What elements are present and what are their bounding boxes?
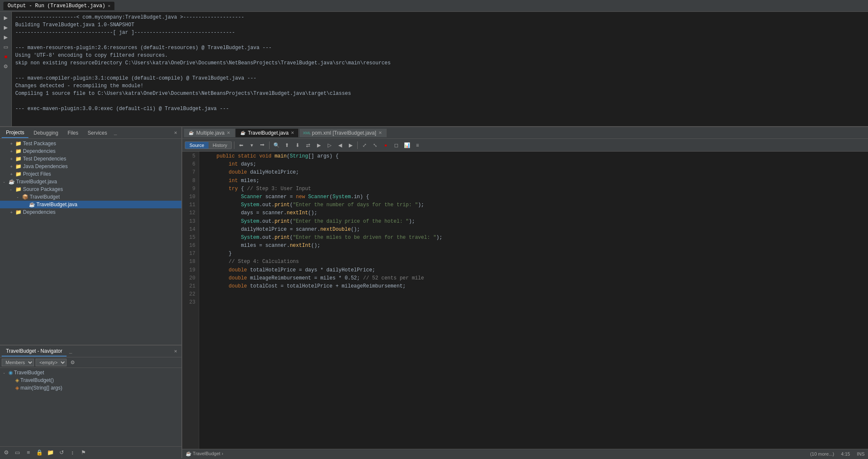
line-num: 10: [186, 193, 195, 201]
run2-btn[interactable]: ▷: [325, 141, 334, 150]
stop-btn-editor[interactable]: ●: [381, 141, 390, 150]
breadcrumb: ☕ TravelBudget ›: [186, 451, 223, 456]
tab-pom-close[interactable]: ✕: [378, 130, 382, 135]
sep2: [269, 141, 270, 149]
sep1: [234, 141, 234, 149]
output-tab-bar: Output - Run (TravelBudget.java) ✕: [0, 0, 868, 12]
tab-pom-xml[interactable]: XML pom.xml [TravelBudget.java] ✕: [300, 129, 387, 137]
tree-item[interactable]: ☕ TravelBudget.java: [0, 201, 181, 208]
line-num: 22: [186, 290, 195, 299]
refresh-btn[interactable]: ↺: [57, 448, 66, 457]
code-line: public static void main(String[] args) {: [204, 152, 863, 160]
code-line: int days;: [204, 160, 863, 169]
bottom-toolbar: ⚙ ▭ ≡ 🔒 📁 ↺ ↕ ⚑: [0, 446, 181, 458]
output-tab-close[interactable]: ✕: [108, 3, 110, 8]
navigator-minimize[interactable]: _: [67, 348, 74, 354]
code-line: double mileageReimbursement = miles * 0.…: [204, 274, 863, 282]
filter-btn[interactable]: ⚑: [79, 448, 88, 457]
project-tree: +📁 Test Packages+📁 Dependencies+📁 Test D…: [0, 139, 181, 345]
tab-services[interactable]: Services: [83, 128, 111, 138]
expand-btn[interactable]: ⤢: [360, 141, 369, 150]
tree-item[interactable]: +📁 Test Packages: [0, 140, 181, 147]
tree-item[interactable]: +📁 Dependencies: [0, 208, 181, 216]
back-btn[interactable]: ⬅: [236, 141, 246, 150]
bars-btn[interactable]: ≡: [413, 141, 422, 150]
tab-multiple-java[interactable]: ☕ Multiple.java ✕: [184, 129, 235, 137]
navigator-content: -◉ TravelBudget ◈ TravelBudget() ◈ main(…: [0, 368, 181, 446]
run-code-btn[interactable]: ▶: [314, 141, 323, 150]
rerun-btn[interactable]: ▶: [2, 33, 10, 41]
xml-icon: XML: [304, 130, 310, 136]
nav-prev-btn[interactable]: ◀: [335, 141, 345, 150]
tab-multiple-label: Multiple.java: [196, 130, 225, 136]
folder-btn[interactable]: 📁: [46, 448, 55, 457]
output-tab-run[interactable]: Output - Run (TravelBudget.java) ✕: [3, 2, 114, 10]
find-prev-btn[interactable]: ⬆: [282, 141, 292, 150]
line-num: 9: [186, 185, 195, 193]
panel-minimize[interactable]: _: [112, 130, 119, 136]
clear-btn[interactable]: ▭: [2, 43, 10, 51]
nav-next-btn[interactable]: ▶: [346, 141, 355, 150]
members-select[interactable]: Members: [2, 359, 34, 366]
navigator-close[interactable]: ✕: [172, 348, 180, 354]
tab-projects[interactable]: Projects: [2, 128, 28, 138]
lock-btn[interactable]: 🔒: [35, 448, 44, 457]
pause-btn[interactable]: ◻: [392, 141, 401, 150]
code-line: System.out.print("Enter the daily price …: [204, 218, 863, 226]
line-num: 12: [186, 209, 195, 217]
code-line: // Step 4: Calculations: [204, 258, 863, 266]
dropdown-btn[interactable]: ▾: [247, 141, 256, 150]
panel-close[interactable]: ✕: [172, 130, 180, 136]
history-tab-btn[interactable]: History: [209, 142, 231, 149]
run-btn[interactable]: ▶: [2, 14, 10, 22]
tab-files[interactable]: Files: [63, 128, 82, 138]
left-panel: Projects Debugging Files Services _ ✕ +📁…: [0, 127, 182, 458]
tab-debugging[interactable]: Debugging: [29, 128, 62, 138]
line-num: 13: [186, 218, 195, 226]
empty-select[interactable]: <empty>: [36, 359, 67, 366]
list-btn[interactable]: ≡: [24, 448, 33, 457]
tree-item[interactable]: -📦 TravelBudget: [0, 193, 181, 201]
nav-settings-btn[interactable]: ⚙: [68, 358, 77, 367]
line-numbers: 567891011121314151617181920212223: [182, 152, 199, 449]
line-num: 6: [186, 160, 195, 169]
tab-travelbudget-java[interactable]: ☕ TravelBudget.java ✕: [236, 129, 299, 137]
tab-multiple-close[interactable]: ✕: [227, 130, 230, 135]
line-num: 15: [186, 234, 195, 242]
line-num: 20: [186, 274, 195, 282]
navigator-tab-bar: TravelBudget - Navigator _ ✕: [0, 346, 181, 357]
tree-item[interactable]: +📁 Java Dependencies: [0, 163, 181, 170]
nav-item[interactable]: ◈ main(String[] args): [0, 384, 181, 392]
search-btn[interactable]: 🔍: [272, 141, 281, 150]
forward-btn[interactable]: ⮕: [258, 141, 267, 150]
code-line: dailyHotelPrice = scanner.nextDouble();: [204, 226, 863, 234]
find-next-btn[interactable]: ⬇: [293, 141, 302, 150]
chart-btn[interactable]: 📊: [402, 141, 412, 150]
collapse-btn[interactable]: ⤡: [370, 141, 380, 150]
wrap-btn[interactable]: ⚙: [2, 62, 10, 71]
tree-item[interactable]: -📁 Source Packages: [0, 185, 181, 193]
tree-item[interactable]: +📁 Test Dependencies: [0, 155, 181, 163]
nav-item[interactable]: ◈ TravelBudget(): [0, 376, 181, 384]
toggle-btn[interactable]: ⇄: [303, 141, 313, 150]
tab-travelbudget-close[interactable]: ✕: [291, 130, 294, 135]
code-area[interactable]: public static void main(String[] args) {…: [199, 152, 868, 449]
code-line: miles = scanner.nextInt();: [204, 242, 863, 250]
java-icon-travel: ☕: [240, 130, 246, 136]
tree-item[interactable]: +📁 Project Files: [0, 170, 181, 178]
tree-item[interactable]: +📁 Dependencies: [0, 147, 181, 155]
sort-btn[interactable]: ↕: [68, 448, 77, 457]
line-num: 7: [186, 169, 195, 177]
tab-navigator[interactable]: TravelBudget - Navigator: [2, 346, 67, 357]
config-icon-btn[interactable]: ⚙: [2, 448, 11, 457]
navigator-toolbar: Members <empty> ⚙: [0, 357, 181, 368]
output-text: --------------------< com.mycompany:Trav…: [12, 12, 868, 114]
source-tab-btn[interactable]: Source: [185, 142, 209, 149]
stop-red-btn[interactable]: ■: [2, 53, 10, 61]
tree-item[interactable]: -☕ TravelBudget.java: [0, 178, 181, 185]
nav-item[interactable]: -◉ TravelBudget: [0, 369, 181, 376]
stop-btn[interactable]: ▶: [2, 23, 10, 32]
java-icon-multiple: ☕: [188, 130, 194, 136]
rect-btn[interactable]: ▭: [13, 448, 22, 457]
code-line: }: [204, 250, 863, 258]
